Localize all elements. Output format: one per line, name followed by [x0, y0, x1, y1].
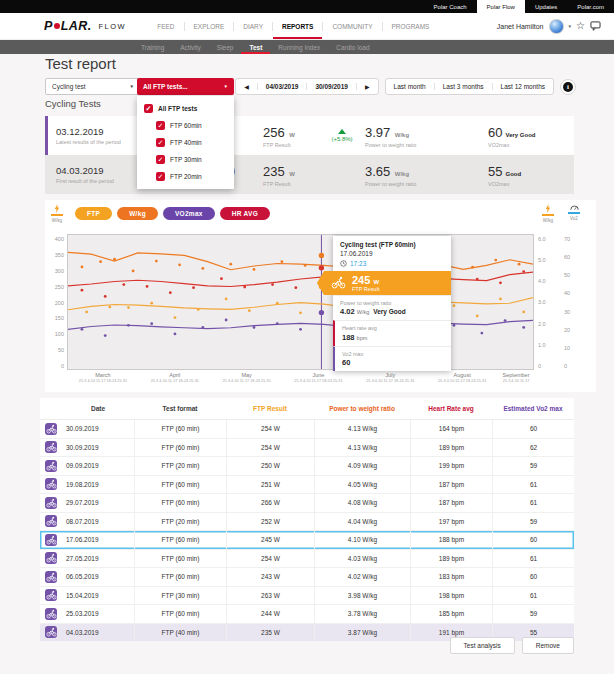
- table-row[interactable]: 30.09.2019FTP (60 min)254 W4.13 W/kg189 …: [40, 438, 574, 457]
- vo2max-trend-dot[interactable]: [178, 263, 181, 266]
- wkg-trend-dot[interactable]: [480, 332, 483, 335]
- vo2max-trend-dot[interactable]: [281, 260, 284, 263]
- table-row[interactable]: 25.03.2019FTP (60 min)244 W3.78 W/kg185 …: [40, 604, 574, 623]
- ftp-trend-dot[interactable]: [197, 308, 200, 311]
- subnav-item-test[interactable]: Test: [241, 40, 270, 54]
- hr-avg-trend-dot[interactable]: [169, 291, 172, 294]
- dropdown-item-ftp-20min[interactable]: ✓FTP 20min: [137, 168, 234, 185]
- polar-logo[interactable]: PLAR.: [44, 13, 92, 39]
- next-period-button[interactable]: ▶: [357, 79, 378, 94]
- checkbox-checked-icon[interactable]: ✓: [156, 155, 165, 164]
- wkg-trend-dot[interactable]: [127, 324, 130, 327]
- topbar-link-polar-com[interactable]: Polar.com: [567, 0, 614, 13]
- wkg-trend-dot[interactable]: [522, 326, 525, 329]
- ftp-trend-dot[interactable]: [127, 306, 130, 309]
- legend-pill-w-kg[interactable]: W/kg: [117, 207, 158, 220]
- test-analysis-button[interactable]: Test analysis: [450, 637, 515, 654]
- vo2max-trend-dot[interactable]: [471, 266, 474, 269]
- column-header-power-to-weight-ratio[interactable]: Power to weight ratio: [314, 405, 410, 412]
- subnav-item-sleep[interactable]: Sleep: [209, 40, 242, 54]
- info-button[interactable]: i: [560, 79, 576, 95]
- vo2max-trend-dot[interactable]: [201, 267, 204, 270]
- wkg-trend-dot[interactable]: [201, 326, 204, 329]
- wkg-trend-dot[interactable]: [276, 322, 279, 325]
- vo2max-trend-dot[interactable]: [81, 266, 84, 269]
- wkg-trend-dot[interactable]: [150, 322, 153, 325]
- legend-pill-vo2max[interactable]: VO2max: [163, 207, 215, 220]
- table-row[interactable]: 27.05.2019FTP (60 min)254 W4.03 W/kg189 …: [40, 549, 574, 568]
- hr-avg-trend-dot[interactable]: [146, 285, 149, 288]
- column-header-date[interactable]: Date: [62, 405, 134, 412]
- feedback-chat-icon[interactable]: [590, 21, 601, 31]
- hr-avg-trend-dot[interactable]: [192, 286, 195, 289]
- ftp-trend-dot[interactable]: [174, 316, 177, 319]
- wkg-trend-dot[interactable]: [299, 328, 302, 331]
- table-row[interactable]: 06.05.2019FTP (60 min)243 W4.02 W/kg183 …: [40, 567, 574, 586]
- legend-pill-ftp[interactable]: FTP: [75, 207, 112, 220]
- left-axis-toggle[interactable]: W/kg: [47, 204, 67, 223]
- wkg-trend-selected-dot[interactable]: [319, 310, 324, 315]
- ftp-trend-dot[interactable]: [85, 311, 88, 314]
- wkg-trend-dot[interactable]: [81, 328, 84, 331]
- range-button-last-12-months[interactable]: Last 12 months: [493, 79, 553, 94]
- hr-avg-trend-dot[interactable]: [476, 278, 479, 281]
- nav-item-feed[interactable]: FEED: [148, 13, 183, 39]
- first-result-row[interactable]: 04.03.2019 First result of the period FT…: [45, 155, 574, 194]
- date-from-field[interactable]: 04/03/2019: [258, 79, 307, 94]
- wkg-trend-dot[interactable]: [174, 333, 177, 336]
- table-row[interactable]: 29.07.2019FTP (60 min)266 W4.08 W/kg187 …: [40, 493, 574, 512]
- table-row[interactable]: 19.08.2019FTP (60 min)251 W4.05 W/kg187 …: [40, 475, 574, 494]
- vo2max-trend-dot[interactable]: [304, 264, 307, 267]
- subnav-item-training[interactable]: Training: [133, 40, 172, 54]
- subnav-item-cardio-load[interactable]: Cardio load: [328, 40, 377, 54]
- nav-item-explore[interactable]: EXPLORE: [185, 13, 234, 39]
- nav-item-reports[interactable]: REPORTS: [273, 13, 322, 39]
- table-row[interactable]: 09.09.2019FTP (20 min)250 W4.09 W/kg199 …: [40, 456, 574, 475]
- vo2max-trend-dot[interactable]: [229, 263, 232, 266]
- vo2max-trend-dot[interactable]: [155, 260, 158, 263]
- table-row[interactable]: 15.04.2019FTP (30 min)263 W3.98 W/kg198 …: [40, 586, 574, 605]
- user-name[interactable]: Janet Hamilton: [497, 23, 544, 30]
- topbar-link-polar-coach[interactable]: Polar Coach: [424, 0, 477, 13]
- checkbox-checked-icon[interactable]: ✓: [156, 121, 165, 130]
- wkg-trend-dot[interactable]: [504, 319, 507, 322]
- checkbox-checked-icon[interactable]: ✓: [144, 104, 153, 113]
- dropdown-item-ftp-30min[interactable]: ✓FTP 30min: [137, 151, 234, 168]
- hr-avg-trend-dot[interactable]: [294, 286, 297, 289]
- nav-item-community[interactable]: COMMUNITY: [323, 13, 381, 39]
- range-button-last-3-months[interactable]: Last 3 months: [435, 79, 492, 94]
- legend-pill-hr-avg[interactable]: HR AVG: [220, 207, 270, 220]
- hr-avg-trend-dot[interactable]: [122, 283, 125, 286]
- subnav-item-activity[interactable]: Activity: [172, 40, 209, 54]
- vo2max-trend-dot[interactable]: [99, 260, 102, 263]
- ftp-trend-dot[interactable]: [522, 311, 525, 314]
- dropdown-item-all-ftp-tests[interactable]: ✓All FTP tests: [137, 100, 234, 117]
- hr-avg-trend-dot[interactable]: [104, 295, 107, 298]
- hr-avg-trend-dot[interactable]: [499, 281, 502, 284]
- remove-button[interactable]: Remove: [522, 637, 574, 654]
- ftp-trend-dot[interactable]: [276, 302, 279, 305]
- right-axis-wkg-toggle[interactable]: W/kg: [538, 204, 558, 223]
- sport-select[interactable]: Cycling test ▼: [45, 78, 141, 95]
- ftp-trend-dot[interactable]: [108, 306, 111, 309]
- wkg-trend-dot[interactable]: [253, 326, 256, 329]
- column-header-ftp-result[interactable]: FTP Result: [226, 405, 314, 412]
- checkbox-checked-icon[interactable]: ✓: [156, 172, 165, 181]
- vo2max-trend-selected-dot[interactable]: [319, 253, 324, 258]
- column-header-heart-rate-avg[interactable]: Heart Rate avg: [410, 405, 492, 412]
- hr-avg-trend-dot[interactable]: [243, 286, 246, 289]
- right-axis-vo2-toggle[interactable]: Vo2: [564, 204, 584, 221]
- favorites-star-icon[interactable]: ☆: [576, 21, 585, 31]
- hr-avg-trend-dot[interactable]: [81, 289, 84, 292]
- hr-avg-trend-selected-dot[interactable]: [319, 265, 324, 270]
- prev-period-button[interactable]: ◀: [236, 79, 257, 94]
- column-header-estimated-vo2-max[interactable]: Estimated Vo2 max: [492, 405, 574, 412]
- hr-avg-trend-dot[interactable]: [271, 283, 274, 286]
- dropdown-item-ftp-40min[interactable]: ✓FTP 40min: [137, 134, 234, 151]
- ftp-trend-dot[interactable]: [150, 302, 153, 305]
- vo2max-trend-dot[interactable]: [132, 270, 135, 273]
- wkg-trend-dot[interactable]: [453, 324, 456, 327]
- hr-avg-trend-dot[interactable]: [522, 270, 525, 273]
- user-menu-caret-icon[interactable]: ▾: [569, 23, 572, 29]
- column-header-test-format[interactable]: Test format: [134, 405, 226, 412]
